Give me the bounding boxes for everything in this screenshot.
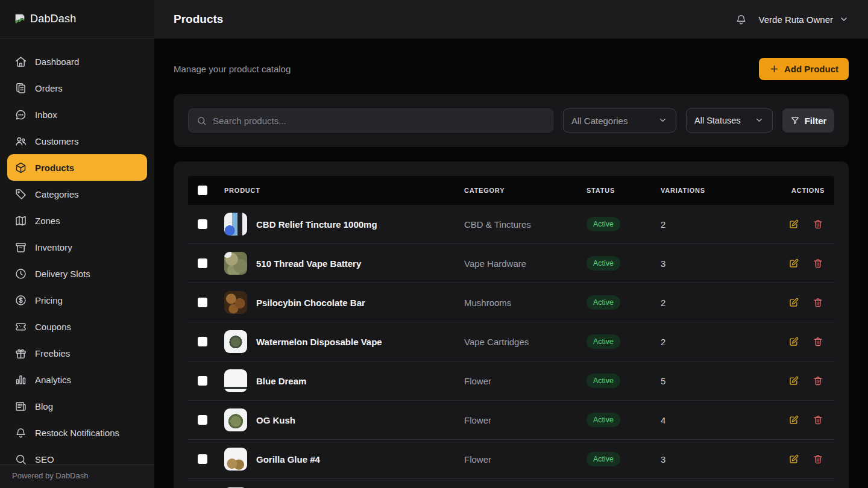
search-box — [188, 108, 553, 133]
product-thumbnail — [224, 330, 247, 353]
variations-count: 2 — [661, 298, 750, 308]
trash-icon[interactable] — [813, 258, 823, 269]
sidebar-item-label: Freebies — [35, 348, 70, 358]
sidebar-item-categories[interactable]: Categories — [7, 181, 147, 207]
sidebar-item-inventory[interactable]: Inventory — [7, 234, 147, 260]
plus-icon — [769, 64, 779, 74]
product-name: Gorilla Glue #4 — [256, 454, 320, 465]
trash-icon[interactable] — [813, 454, 823, 465]
cube-icon — [14, 161, 27, 174]
powered-by-text: Powered by DabDash — [12, 471, 88, 480]
sidebar-item-label: Blog — [35, 401, 53, 411]
product-cell: CBD Relief Tincture 1000mg — [224, 213, 464, 236]
variations-count: 3 — [661, 258, 750, 269]
tag-icon — [14, 188, 27, 201]
sidebar-item-inbox[interactable]: Inbox — [7, 101, 147, 128]
edit-icon[interactable] — [788, 414, 799, 425]
product-name: OG Kush — [256, 415, 295, 425]
sidebar-item-orders[interactable]: Orders — [7, 75, 147, 101]
status-filter-select[interactable]: All Statuses — [686, 108, 773, 133]
row-checkbox[interactable] — [198, 376, 207, 386]
row-actions — [788, 454, 834, 465]
filter-button[interactable]: Filter — [782, 108, 834, 133]
broken-image-icon — [13, 13, 27, 26]
brand-logo[interactable]: DabDash — [0, 0, 154, 39]
sidebar-item-products[interactable]: Products — [7, 154, 147, 181]
sidebar-item-label: Products — [35, 163, 74, 173]
sidebar-item-label: Coupons — [35, 322, 71, 332]
column-header-variations: VARIATIONS — [661, 187, 750, 194]
sidebar-item-freebies[interactable]: Freebies — [7, 340, 147, 366]
row-actions — [788, 297, 834, 308]
sidebar-item-zones[interactable]: Zones — [7, 207, 147, 234]
sidebar-item-dashboard[interactable]: Dashboard — [7, 48, 147, 75]
edit-icon[interactable] — [788, 375, 799, 386]
row-checkbox[interactable] — [198, 258, 207, 268]
sidebar-item-label: Categories — [35, 189, 79, 199]
sidebar-item-analytics[interactable]: Analytics — [7, 366, 147, 393]
sidebar-item-label: Pricing — [35, 295, 63, 305]
sidebar-item-coupons[interactable]: Coupons — [7, 313, 147, 340]
edit-icon[interactable] — [788, 219, 799, 230]
row-actions — [788, 219, 834, 230]
search-icon — [197, 116, 207, 126]
sidebar-item-label: Inventory — [35, 242, 72, 252]
gift-icon — [14, 347, 27, 360]
trash-icon[interactable] — [813, 219, 823, 230]
trash-icon[interactable] — [813, 336, 823, 347]
edit-icon[interactable] — [788, 454, 799, 465]
table-row: Watermelon Disposable Vape Vape Cartridg… — [188, 322, 834, 361]
product-category: Vape Hardware — [464, 258, 587, 269]
add-product-button[interactable]: Add Product — [759, 58, 849, 80]
product-thumbnail — [224, 252, 247, 275]
sidebar-item-restock-notifications[interactable]: Restock Notifications — [7, 419, 147, 446]
status-badge: Active — [587, 295, 620, 310]
category-filter-select[interactable]: All Categories — [563, 108, 676, 133]
sidebar-item-delivery-slots[interactable]: Delivery Slots — [7, 260, 147, 287]
sidebar-item-pricing[interactable]: Pricing — [7, 287, 147, 313]
user-menu[interactable]: Verde Ruta Owner — [759, 14, 849, 25]
select-all-checkbox[interactable] — [198, 186, 207, 195]
row-checkbox[interactable] — [198, 454, 207, 464]
product-cell: Gorilla Glue #4 — [224, 448, 464, 471]
chevron-down-icon — [839, 14, 849, 24]
sidebar-item-customers[interactable]: Customers — [7, 128, 147, 154]
edit-icon[interactable] — [788, 258, 799, 269]
product-category: Vape Cartridges — [464, 337, 587, 347]
bell-icon[interactable] — [735, 13, 748, 26]
category-filter-value: All Categories — [571, 116, 627, 126]
search-input[interactable] — [213, 116, 545, 126]
trash-icon[interactable] — [813, 297, 823, 308]
sidebar-item-label: SEO — [35, 454, 54, 465]
powered-by-footer: Powered by DabDash — [0, 465, 154, 488]
edit-icon[interactable] — [788, 297, 799, 308]
row-checkbox[interactable] — [198, 415, 207, 425]
newspaper-icon — [14, 400, 27, 413]
sidebar-item-blog[interactable]: Blog — [7, 393, 147, 419]
variations-count: 2 — [661, 337, 750, 347]
status-badge: Active — [587, 413, 620, 427]
variations-count: 5 — [661, 376, 750, 386]
column-header-product: PRODUCT — [224, 187, 464, 194]
app-root: DabDash Dashboard Orders Inbox Customers — [0, 0, 868, 488]
row-checkbox[interactable] — [198, 337, 207, 346]
trash-icon[interactable] — [813, 414, 823, 425]
row-checkbox[interactable] — [198, 219, 207, 229]
product-cell: OG Kush — [224, 408, 464, 431]
user-name: Verde Ruta Owner — [759, 14, 833, 25]
status-badge: Active — [587, 256, 620, 271]
filter-bar: All Categories All Statuses Filter — [174, 94, 849, 147]
row-actions — [788, 375, 834, 386]
sidebar-item-label: Zones — [35, 216, 60, 226]
header-actions: Verde Ruta Owner — [735, 13, 849, 26]
table-row-partial — [188, 479, 834, 488]
sidebar-item-label: Dashboard — [35, 57, 79, 67]
main-column: Products Verde Ruta Owner Manage your pr… — [154, 0, 868, 488]
row-checkbox[interactable] — [198, 298, 207, 307]
product-cell: Watermelon Disposable Vape — [224, 330, 464, 353]
edit-icon[interactable] — [788, 336, 799, 347]
product-cell: 510 Thread Vape Battery — [224, 252, 464, 275]
sidebar-item-label: Inbox — [35, 110, 57, 120]
sidebar: DabDash Dashboard Orders Inbox Customers — [0, 0, 154, 488]
trash-icon[interactable] — [813, 375, 823, 386]
